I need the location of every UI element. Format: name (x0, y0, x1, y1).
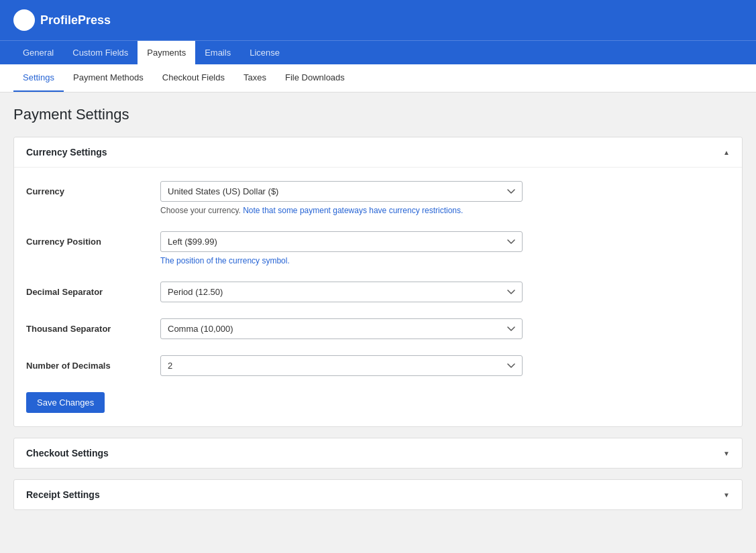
number-of-decimals-label: Number of Decimals (26, 355, 160, 371)
thousand-separator-row: Thousand Separator Comma (10,000) Period… (26, 318, 730, 339)
checkout-toggle-icon (723, 448, 730, 458)
checkout-settings-header[interactable]: Checkout Settings (14, 438, 742, 468)
currency-settings-section: Currency Settings Currency United States… (13, 137, 743, 427)
receipt-settings-title: Receipt Settings (26, 489, 100, 500)
number-of-decimals-select[interactable]: 0 1 2 3 4 (160, 355, 523, 376)
number-of-decimals-control: 0 1 2 3 4 (160, 355, 730, 376)
save-changes-button[interactable]: Save Changes (26, 392, 105, 413)
subnav-payment-methods[interactable]: Payment Methods (64, 64, 153, 92)
currency-settings-body: Currency United States (US) Dollar ($) E… (14, 168, 742, 426)
nav-custom-fields[interactable]: Custom Fields (63, 41, 138, 64)
currency-row: Currency United States (US) Dollar ($) E… (26, 181, 730, 215)
subnav-taxes[interactable]: Taxes (234, 64, 276, 92)
number-of-decimals-row: Number of Decimals 0 1 2 3 4 (26, 355, 730, 376)
decimal-separator-row: Decimal Separator Period (12.50) Comma (… (26, 282, 730, 302)
currency-toggle-icon (723, 147, 730, 157)
receipt-settings-header[interactable]: Receipt Settings (14, 480, 742, 509)
currency-position-label: Currency Position (26, 231, 160, 247)
logo-icon (13, 9, 35, 31)
subnav-file-downloads[interactable]: File Downloads (276, 64, 354, 92)
thousand-separator-select[interactable]: Comma (10,000) Period (10.000) Space (10… (160, 318, 523, 339)
receipt-settings-section: Receipt Settings (13, 479, 743, 510)
secondary-nav: Settings Payment Methods Checkout Fields… (0, 64, 756, 93)
checkout-settings-section: Checkout Settings (13, 438, 743, 469)
top-header: ProfilePress (0, 0, 756, 40)
nav-emails[interactable]: Emails (195, 41, 240, 64)
nav-payments[interactable]: Payments (138, 41, 195, 64)
currency-settings-title: Currency Settings (26, 147, 107, 158)
logo-area: ProfilePress (13, 9, 111, 31)
currency-hint: Choose your currency. Note that some pay… (160, 206, 523, 215)
subnav-checkout-fields[interactable]: Checkout Fields (153, 64, 234, 92)
currency-control: United States (US) Dollar ($) Euro (€) B… (160, 181, 730, 215)
nav-general[interactable]: General (13, 41, 63, 64)
page-title: Payment Settings (13, 106, 743, 123)
decimal-separator-select[interactable]: Period (12.50) Comma (12,50) (160, 282, 523, 302)
receipt-toggle-icon (723, 490, 730, 499)
main-content: Payment Settings Currency Settings Curre… (0, 93, 756, 534)
currency-settings-header[interactable]: Currency Settings (14, 137, 742, 168)
checkout-settings-title: Checkout Settings (26, 448, 109, 458)
thousand-separator-label: Thousand Separator (26, 318, 160, 334)
decimal-separator-control: Period (12.50) Comma (12,50) (160, 282, 730, 302)
subnav-settings[interactable]: Settings (13, 64, 64, 92)
thousand-separator-control: Comma (10,000) Period (10.000) Space (10… (160, 318, 730, 339)
currency-label: Currency (26, 181, 160, 196)
currency-position-select[interactable]: Left ($99.99) Right (99.99$) Left with s… (160, 231, 523, 252)
currency-position-control: Left ($99.99) Right (99.99$) Left with s… (160, 231, 730, 265)
primary-nav: General Custom Fields Payments Emails Li… (0, 40, 756, 64)
currency-select[interactable]: United States (US) Dollar ($) Euro (€) B… (160, 181, 523, 202)
decimal-separator-label: Decimal Separator (26, 282, 160, 297)
currency-position-hint: The position of the currency symbol. (160, 256, 523, 265)
nav-license[interactable]: License (240, 41, 289, 64)
brand-name: ProfilePress (40, 13, 111, 27)
currency-position-row: Currency Position Left ($99.99) Right (9… (26, 231, 730, 265)
